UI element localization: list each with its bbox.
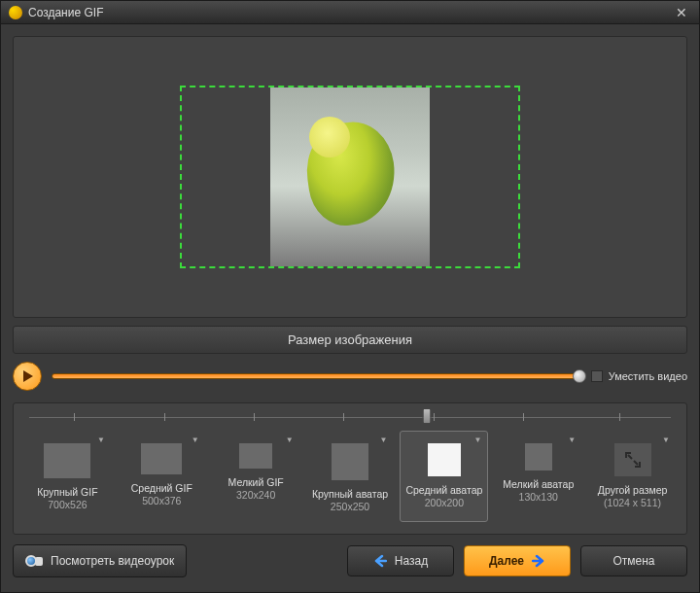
progress-slider[interactable] [52, 373, 581, 379]
size-label: Другой размер [591, 484, 674, 497]
close-icon[interactable]: ✕ [672, 5, 691, 20]
chevron-down-icon: ▼ [473, 436, 481, 444]
chevron-down-icon: ▼ [662, 436, 670, 444]
video-frame-preview [270, 87, 430, 266]
arrow-left-icon [373, 554, 387, 568]
arrow-right-icon [532, 554, 545, 568]
size-label: Мелкий аватар [497, 478, 579, 491]
fit-video-label: Уместить видео [609, 370, 687, 382]
play-button[interactable] [13, 362, 42, 391]
size-dim: 200x200 [402, 497, 485, 509]
next-button[interactable]: Далее [464, 545, 571, 576]
sizes-panel: ▼ Крупный GIF 700x526 ▼ Средний GIF 500x… [13, 402, 687, 535]
tutorial-button[interactable]: Посмотреть видеоурок [13, 544, 187, 577]
ruler-thumb[interactable] [423, 408, 432, 424]
cancel-button[interactable]: Отмена [580, 545, 687, 576]
chevron-down-icon: ▼ [380, 436, 388, 444]
play-icon [22, 369, 34, 383]
size-custom[interactable]: ▼ Другой размер (1024 x 511) [588, 431, 677, 522]
size-medium-avatar[interactable]: ▼ Средний аватар 200x200 [400, 431, 488, 522]
progress-thumb[interactable] [573, 369, 586, 383]
size-dim: 250x250 [309, 501, 392, 513]
size-dim: 320x240 [215, 489, 298, 502]
size-dim: 130x130 [497, 491, 579, 504]
size-small-gif[interactable]: ▼ Мелкий GIF 320x240 [212, 431, 300, 522]
size-thumb [239, 443, 272, 469]
svg-marker-0 [23, 370, 33, 382]
size-dim: (1024 x 511) [591, 497, 674, 509]
expand-icon [624, 451, 642, 469]
playback-row: Уместить видео [13, 362, 687, 391]
size-dim: 500x376 [121, 495, 203, 507]
gif-dialog: Создание GIF ✕ Размер изображения Умести… [0, 0, 700, 593]
size-ruler[interactable] [29, 411, 671, 423]
size-label: Средний аватар [402, 484, 485, 497]
back-label: Назад [395, 554, 428, 568]
size-thumb [428, 443, 461, 476]
section-header: Размер изображения [13, 326, 687, 354]
size-thumb [525, 443, 552, 471]
tutorial-label: Посмотреть видеоурок [51, 554, 174, 568]
app-icon [9, 6, 22, 19]
titlebar: Создание GIF ✕ [1, 1, 699, 24]
chevron-down-icon: ▼ [286, 436, 294, 444]
footer: Посмотреть видеоурок Назад Далее Отмена [13, 544, 687, 577]
size-label: Средний GIF [121, 482, 203, 495]
checkbox-box [591, 370, 603, 382]
size-thumb [332, 443, 368, 480]
chevron-down-icon: ▼ [192, 436, 199, 444]
size-medium-gif[interactable]: ▼ Средний GIF 500x376 [118, 431, 206, 522]
size-thumb [141, 443, 182, 474]
size-small-avatar[interactable]: ▼ Мелкий аватар 130x130 [494, 431, 582, 522]
next-label: Далее [489, 554, 524, 568]
camera-icon [25, 552, 43, 570]
fit-video-checkbox[interactable]: Уместить видео [591, 370, 687, 382]
crop-selection[interactable] [180, 86, 520, 268]
back-button[interactable]: Назад [347, 545, 454, 576]
chevron-down-icon: ▼ [568, 436, 576, 444]
size-label: Мелкий GIF [215, 476, 298, 489]
size-options: ▼ Крупный GIF 700x526 ▼ Средний GIF 500x… [23, 431, 677, 522]
size-label: Крупный GIF [26, 486, 109, 499]
window-title: Создание GIF [28, 6, 103, 19]
size-label: Крупный аватар [309, 488, 392, 501]
size-thumb [44, 443, 90, 478]
chevron-down-icon: ▼ [97, 436, 105, 444]
preview-area [13, 36, 687, 318]
size-dim: 700x526 [26, 499, 109, 511]
size-large-avatar[interactable]: ▼ Крупный аватар 250x250 [306, 431, 395, 522]
size-thumb [614, 443, 651, 476]
cancel-label: Отмена [612, 554, 654, 568]
size-large-gif[interactable]: ▼ Крупный GIF 700x526 [23, 431, 112, 522]
